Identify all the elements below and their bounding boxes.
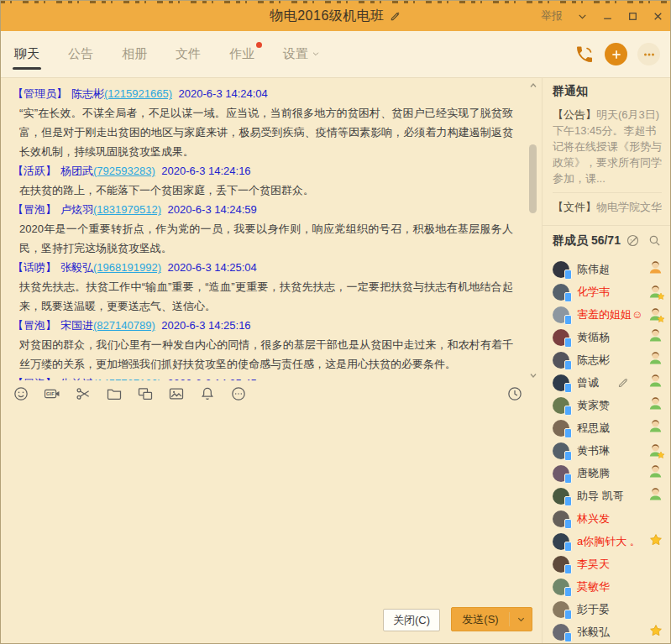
member-avatar [553,397,569,414]
member-avatar [553,601,569,618]
tab-chat[interactable]: 聊天 [13,34,41,75]
member-avatar [553,352,569,369]
chat-message: 【活跃】杨团武(792593283) 2020-6-3 14:24:16 在扶贫… [13,161,513,200]
member-row[interactable]: 化学韦 [543,280,670,303]
member-name: 莫敏华 [577,579,610,594]
member-row[interactable]: 唐晓腾 [543,462,670,484]
notification-bell-icon[interactable] [199,385,216,402]
mobile-online-badge [564,564,572,574]
gif-icon[interactable]: GIF [44,385,60,402]
send-options-chevron-icon[interactable] [510,615,532,624]
member-row[interactable]: 程思崴 [543,416,670,439]
chat-history-icon[interactable] [506,385,523,402]
add-member-button[interactable] [605,43,627,65]
tab-files[interactable]: 文件 [174,34,202,75]
member-name: 曾诚 [577,375,599,390]
scroll-up-icon[interactable] [528,79,538,89]
mobile-online-badge [564,496,572,506]
maximize-button[interactable] [626,10,638,22]
mobile-online-badge [564,474,572,484]
file-notice-text[interactable]: 【文件】物电学院文华在... [553,199,662,215]
member-status-online-icon [648,396,663,414]
message-text: 扶贫先扶志。扶贫工作中“输血”重要，“造血”更重要，扶贫先扶志，一定要把扶贫与扶… [19,277,513,316]
qq-number-link[interactable]: (1831979512) [93,203,161,216]
member-row[interactable]: 林兴发 [543,507,670,530]
announcement-text[interactable]: 【公告】明天(6月3日)下午13:45分。李超书记将在线授课《形势与政策》，要求… [553,107,662,186]
member-name: 张毅弘 [577,625,610,640]
member-row[interactable]: 黄循杨 [543,326,670,348]
qq-number-link[interactable]: (792593283) [93,165,155,177]
member-name: 黄家赞 [577,398,610,413]
member-name: 程思崴 [577,421,610,436]
close-chat-button[interactable]: 关闭(C) [383,609,440,631]
screenshot-scissors-icon[interactable] [75,385,92,402]
close-button[interactable] [652,10,663,22]
member-row[interactable]: 李昊天 [543,552,670,575]
qq-number-link[interactable]: (1968191992) [93,261,161,274]
members-header: 群成员 56/71 [543,226,670,255]
chevron-down-icon[interactable] [576,10,588,22]
member-avatar [553,624,569,641]
member-row[interactable]: 陈伟超 [543,258,670,280]
member-row[interactable]: 张毅弘 [543,620,670,643]
qq-number-link[interactable]: (1215921665) [104,87,172,100]
mobile-online-badge [564,383,572,393]
message-input-area[interactable] [1,406,542,595]
member-name: 陈志彬 [577,353,610,368]
minimize-button[interactable] [601,10,613,22]
input-toolbar: GIF [1,380,542,406]
emoji-icon[interactable] [13,385,29,402]
qq-number-link[interactable]: (827140789) [93,319,155,332]
send-button[interactable]: 发送(S) [451,607,532,631]
member-name: 害羞的姐姐☺ [577,307,642,322]
tab-homework[interactable]: 作业 [228,34,256,75]
member-avatar [553,465,569,482]
member-row[interactable]: 黄书琳 [543,439,670,462]
member-row[interactable]: 陈志彬 [543,348,670,371]
scroll-down-icon[interactable] [528,369,538,379]
edit-title-icon[interactable] [390,10,401,22]
chat-message: 【冒泡】朱益斌(1457767130) 2020-6-3 14:25:45 [13,374,513,380]
mobile-online-badge [564,451,572,461]
member-star-icon [649,533,663,550]
screen-share-icon[interactable] [137,385,154,402]
tab-settings[interactable]: 设置 [281,34,322,75]
anonymous-chat-icon[interactable] [626,233,640,248]
report-button[interactable]: 举报 [541,8,563,24]
more-tools-icon[interactable] [230,385,247,402]
voice-call-icon[interactable] [574,45,595,65]
chat-message: 【话唠】张毅弘(1968191992) 2020-6-3 14:25:04 扶贫… [13,258,513,316]
member-avatar [553,374,569,391]
member-row[interactable]: 莫敏华 [543,575,670,598]
member-list: 陈伟超 化学韦 害羞的姐姐☺ 黄循杨 陈志彬 曾诚 [543,255,670,643]
member-status-online-star-icon [648,443,663,458]
member-avatar [553,261,569,278]
mobile-online-badge [564,428,572,438]
search-member-icon[interactable] [647,233,662,248]
member-row[interactable]: 彭于晏 [543,598,670,620]
mobile-online-badge [564,270,572,280]
members-title: 群成员 56/71 [553,233,621,249]
tab-announcement[interactable]: 公告 [66,34,95,75]
member-row[interactable]: 害羞的姐姐☺ [543,303,670,326]
member-row[interactable]: 黄家赞 [543,394,670,416]
image-icon[interactable] [168,385,185,402]
more-options-button[interactable] [637,43,660,65]
scrollbar-thumb[interactable] [529,144,537,213]
tab-album[interactable]: 相册 [120,34,149,75]
member-row[interactable]: 曾诚 [543,371,670,394]
member-row[interactable]: 助导 凯哥 [543,484,670,507]
member-status-online-icon [648,351,663,369]
member-name: 林兴发 [577,511,610,526]
window-title: 物电2016级机电班 [270,8,385,25]
member-row[interactable]: a你胸针大 。 [543,530,670,552]
file-folder-icon[interactable] [106,385,123,402]
member-avatar [553,329,569,346]
notification-dot [256,42,262,48]
tabbar: 聊天 公告 相册 文件 作业 设置 [1,31,670,78]
group-notice-section[interactable]: 群通知 【公告】明天(6月3日)下午13:45分。李超书记将在线授课《形势与政策… [543,77,670,226]
message-text: 2020年是一个重要转折点，作为党的一员，我要以身作则，响应党组织的号召，积极地… [19,219,513,258]
chat-panel: 【管理员】陈志彬(1215921665) 2020-6-3 14:24:04 “… [1,77,543,643]
chat-message: 【管理员】陈志彬(1215921665) 2020-6-3 14:24:04 “… [13,84,513,161]
chat-scrollbar[interactable] [527,79,539,379]
